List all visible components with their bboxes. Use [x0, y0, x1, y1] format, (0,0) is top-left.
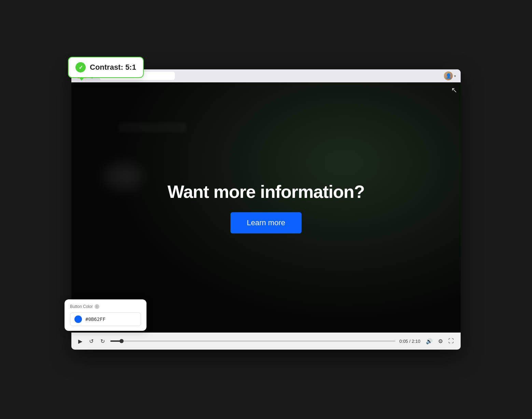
forward-icon: ↻ — [100, 338, 105, 344]
browser-profile[interactable]: 👤 ▾ — [444, 71, 456, 80]
panel-label-text: Button Color — [70, 304, 93, 309]
play-button[interactable]: ▶ — [77, 337, 84, 346]
learn-more-button[interactable]: Learn more — [230, 212, 302, 233]
chevron-down-icon: ▾ — [454, 74, 456, 78]
progress-bar[interactable] — [110, 340, 395, 342]
fullscreen-icon: ⛶ — [448, 338, 454, 344]
contrast-badge: ✓ Contrast: 5:1 — [68, 57, 144, 78]
browser-window: 👤 ▾ ↖ ✓ Contrast: 5:1 Want more informat… — [71, 69, 461, 350]
color-hex-value: #0B62FF — [85, 316, 106, 322]
settings-button[interactable]: ⚙ — [437, 337, 444, 346]
progress-thumb — [120, 339, 124, 343]
rewind-button[interactable]: ↺ — [88, 337, 95, 346]
settings-icon: ⚙ — [438, 338, 443, 344]
time-display: 0:05 / 2:10 — [400, 339, 420, 344]
check-icon: ✓ — [75, 62, 86, 72]
avatar: 👤 — [444, 71, 453, 80]
color-swatch — [74, 315, 82, 323]
video-area: ↖ ✓ Contrast: 5:1 Want more information?… — [71, 82, 461, 350]
panel-label: Button Color i — [70, 304, 141, 309]
volume-icon: 🔊 — [426, 338, 433, 344]
info-icon[interactable]: i — [95, 304, 99, 309]
forward-button[interactable]: ↻ — [99, 337, 106, 346]
fullscreen-button[interactable]: ⛶ — [447, 337, 455, 346]
button-color-panel: Button Color i #0B62FF — [65, 299, 146, 331]
play-icon: ▶ — [78, 338, 82, 344]
control-icon-group: 🔊 ⚙ ⛶ — [424, 337, 455, 346]
video-controls: ▶ ↺ ↻ 0:05 / 2:10 🔊 ⚙ ⛶ — [71, 333, 461, 350]
contrast-label: Contrast: 5:1 — [90, 63, 136, 72]
video-headline: Want more information? — [168, 181, 365, 202]
color-input-row[interactable]: #0B62FF — [70, 312, 141, 326]
volume-button[interactable]: 🔊 — [424, 337, 434, 346]
rewind-icon: ↺ — [89, 338, 94, 344]
video-content: Want more information? Learn more — [71, 82, 461, 333]
